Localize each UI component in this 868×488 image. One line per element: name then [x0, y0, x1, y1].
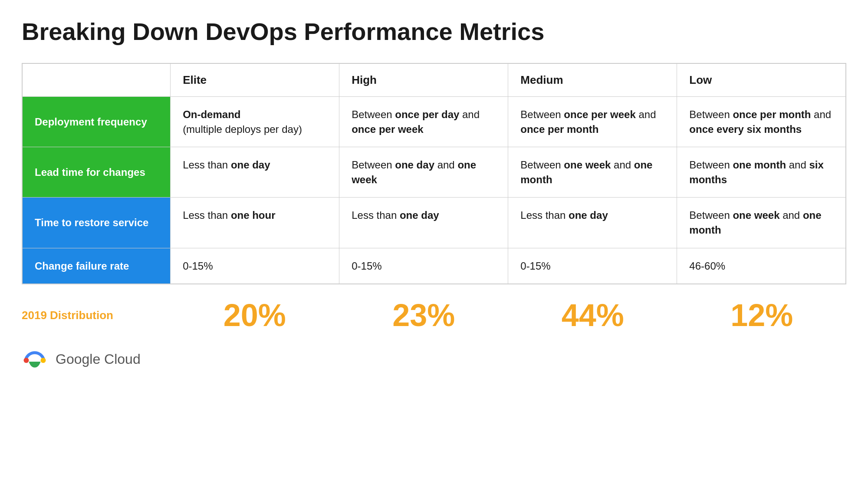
table-row-deployment-frequency: Deployment frequency On-demand(multiple …: [22, 97, 846, 147]
page-title: Breaking Down DevOps Performance Metrics: [22, 17, 846, 46]
cell-restore-medium: Less than one day: [508, 198, 677, 248]
google-cloud-logo-icon: [22, 346, 48, 372]
svg-point-1: [41, 358, 46, 363]
cell-failure-elite: 0-15%: [171, 248, 339, 284]
google-cloud-section: Google Cloud: [22, 346, 846, 372]
row-label-deployment-frequency: Deployment frequency: [22, 97, 171, 147]
distribution-low: 12%: [677, 297, 847, 333]
table-row-change-failure: Change failure rate 0-15% 0-15% 0-15% 46…: [22, 248, 846, 284]
distribution-medium: 44%: [508, 297, 677, 333]
cell-leadtime-high: Between one day and one week: [339, 147, 508, 198]
table-row-lead-time: Lead time for changes Less than one day …: [22, 147, 846, 198]
cell-deployment-high: Between once per day and once per week: [339, 97, 508, 147]
col-header-medium: Medium: [508, 63, 677, 97]
cell-deployment-low: Between once per month and once every si…: [677, 97, 846, 147]
cell-failure-low: 46-60%: [677, 248, 846, 284]
distribution-values: 20% 23% 44% 12%: [170, 297, 846, 333]
metrics-table: Elite High Medium Low Deployment frequen…: [22, 63, 846, 284]
distribution-high: 23%: [339, 297, 509, 333]
distribution-section: 2019 Distribution 20% 23% 44% 12%: [22, 297, 846, 333]
col-header-high: High: [339, 63, 508, 97]
google-cloud-text: Google Cloud: [56, 351, 141, 367]
distribution-elite: 20%: [170, 297, 339, 333]
col-header-elite: Elite: [171, 63, 339, 97]
distribution-label: 2019 Distribution: [22, 309, 170, 322]
cell-leadtime-medium: Between one week and one month: [508, 147, 677, 198]
cell-restore-high: Less than one day: [339, 198, 508, 248]
cell-deployment-elite: On-demand(multiple deploys per day): [171, 97, 339, 147]
cell-leadtime-low: Between one month and six months: [677, 147, 846, 198]
svg-point-0: [24, 358, 29, 363]
cell-deployment-medium: Between once per week and once per month: [508, 97, 677, 147]
table-header-row: Elite High Medium Low: [22, 63, 846, 97]
row-label-change-failure: Change failure rate: [22, 248, 171, 284]
col-header-blank: [22, 63, 171, 97]
col-header-low: Low: [677, 63, 846, 97]
cell-restore-elite: Less than one hour: [171, 198, 339, 248]
row-label-restore-service: Time to restore service: [22, 198, 171, 248]
cell-failure-high: 0-15%: [339, 248, 508, 284]
table-row-restore-service: Time to restore service Less than one ho…: [22, 198, 846, 248]
cell-leadtime-elite: Less than one day: [171, 147, 339, 198]
cell-failure-medium: 0-15%: [508, 248, 677, 284]
cell-restore-low: Between one week and one month: [677, 198, 846, 248]
row-label-lead-time: Lead time for changes: [22, 147, 171, 198]
